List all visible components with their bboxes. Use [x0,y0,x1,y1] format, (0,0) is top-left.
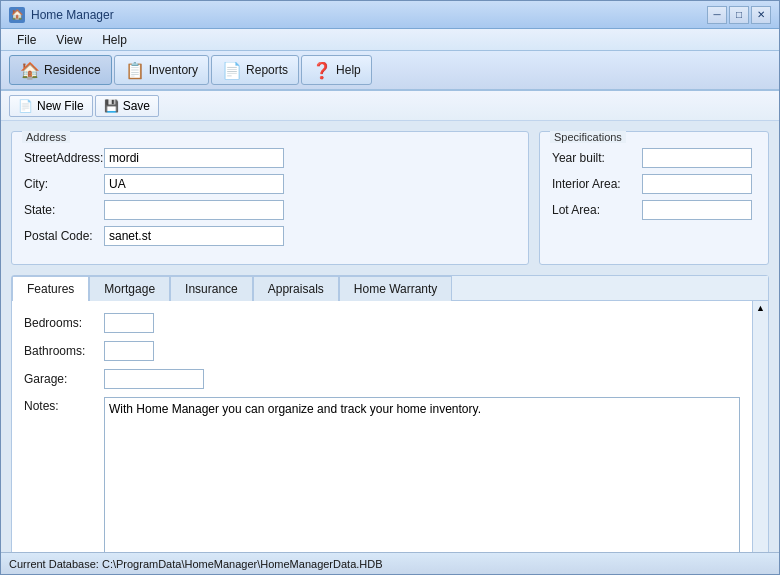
tab-insurance[interactable]: Insurance [170,276,253,301]
lot-area-label: Lot Area: [552,203,642,217]
postal-code-row: Postal Code: [24,226,516,246]
tab-features[interactable]: Features [12,276,89,301]
new-file-icon: 📄 [18,99,33,113]
new-file-label: New File [37,99,84,113]
close-button[interactable]: ✕ [751,6,771,24]
minimize-button[interactable]: ─ [707,6,727,24]
year-built-row: Year built: [552,148,756,168]
restore-button[interactable]: □ [729,6,749,24]
reports-icon: 📄 [222,61,242,80]
bedrooms-row: Bedrooms: [24,313,740,333]
state-input[interactable] [104,200,284,220]
year-built-label: Year built: [552,151,642,165]
tab-content-features: Bedrooms: Bathrooms: Garage: Notes: With… [12,301,768,552]
notes-row: Notes: With Home Manager you can organiz… [24,397,740,552]
tab-home-warranty[interactable]: Home Warranty [339,276,453,301]
toolbar-inventory[interactable]: 📋 Inventory [114,55,209,85]
state-label: State: [24,203,104,217]
garage-input[interactable] [104,369,204,389]
address-section-label: Address [22,131,70,143]
app-title: Home Manager [31,8,114,22]
app-icon: 🏠 [9,7,25,23]
scrollbar[interactable]: ▲ ▼ [752,301,768,552]
city-input[interactable] [104,174,284,194]
menu-bar: File View Help [1,29,779,51]
street-address-label: StreetAddress: [24,151,104,165]
title-bar: 🏠 Home Manager ─ □ ✕ [1,1,779,29]
menu-help[interactable]: Help [94,31,135,49]
address-section: Address StreetAddress: City: State: Post… [11,131,529,265]
garage-label: Garage: [24,372,104,386]
bedrooms-label: Bedrooms: [24,316,104,330]
bathrooms-input[interactable] [104,341,154,361]
toolbar-help[interactable]: ❓ Help [301,55,372,85]
status-text: Current Database: C:\ProgramData\HomeMan… [9,558,383,570]
content-area: Address StreetAddress: City: State: Post… [1,121,779,552]
specs-section-label: Specifications [550,131,626,143]
bedrooms-input[interactable] [104,313,154,333]
menu-file[interactable]: File [9,31,44,49]
lot-area-input[interactable] [642,200,752,220]
top-sections: Address StreetAddress: City: State: Post… [11,131,769,265]
bathrooms-row: Bathrooms: [24,341,740,361]
notes-textarea[interactable]: With Home Manager you can organize and t… [104,397,740,552]
residence-label: Residence [44,63,101,77]
interior-area-row: Interior Area: [552,174,756,194]
residence-icon: 🏠 [20,61,40,80]
bathrooms-label: Bathrooms: [24,344,104,358]
tab-appraisals[interactable]: Appraisals [253,276,339,301]
inventory-icon: 📋 [125,61,145,80]
interior-area-input[interactable] [642,174,752,194]
save-label: Save [123,99,150,113]
specifications-section: Specifications Year built: Interior Area… [539,131,769,265]
postal-code-input[interactable] [104,226,284,246]
tabs-header: Features Mortgage Insurance Appraisals H… [12,276,768,301]
street-address-row: StreetAddress: [24,148,516,168]
lot-area-row: Lot Area: [552,200,756,220]
tabs-container: Features Mortgage Insurance Appraisals H… [11,275,769,552]
help-icon: ❓ [312,61,332,80]
toolbar-reports[interactable]: 📄 Reports [211,55,299,85]
scroll-up-icon[interactable]: ▲ [756,303,765,313]
main-toolbar: 🏠 Residence 📋 Inventory 📄 Reports ❓ Help [1,51,779,91]
action-bar: 📄 New File 💾 Save [1,91,779,121]
state-row: State: [24,200,516,220]
new-file-button[interactable]: 📄 New File [9,95,93,117]
postal-code-label: Postal Code: [24,229,104,243]
app-window: 🏠 Home Manager ─ □ ✕ File View Help 🏠 Re… [0,0,780,575]
tab-mortgage[interactable]: Mortgage [89,276,170,301]
city-label: City: [24,177,104,191]
street-address-input[interactable] [104,148,284,168]
title-bar-buttons: ─ □ ✕ [707,6,771,24]
title-bar-left: 🏠 Home Manager [9,7,114,23]
year-built-input[interactable] [642,148,752,168]
notes-label: Notes: [24,397,104,413]
status-bar: Current Database: C:\ProgramData\HomeMan… [1,552,779,574]
interior-area-label: Interior Area: [552,177,642,191]
menu-view[interactable]: View [48,31,90,49]
garage-row: Garage: [24,369,740,389]
city-row: City: [24,174,516,194]
help-label: Help [336,63,361,77]
inventory-label: Inventory [149,63,198,77]
save-icon: 💾 [104,99,119,113]
save-button[interactable]: 💾 Save [95,95,159,117]
reports-label: Reports [246,63,288,77]
toolbar-residence[interactable]: 🏠 Residence [9,55,112,85]
